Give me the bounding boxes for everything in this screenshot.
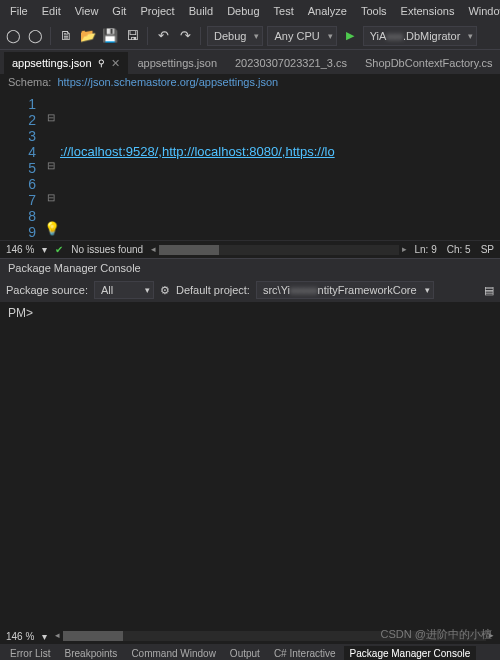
pmc-zoom[interactable]: 146 %	[6, 631, 34, 642]
tab[interactable]: ShopDbContextFactory.cs	[357, 52, 500, 74]
panel-tab[interactable]: Error List	[4, 646, 57, 661]
nav-back-icon[interactable]: ◯	[4, 27, 22, 45]
default-proj-label: Default project:	[176, 284, 250, 296]
menu-bar: FileEditViewGitProjectBuildDebugTestAnal…	[0, 0, 500, 22]
menu-debug[interactable]: Debug	[221, 3, 265, 19]
pmc-prompt: PM>	[8, 306, 33, 320]
tab[interactable]: appsettings.json⚲✕	[4, 52, 128, 74]
config-combo[interactable]: Debug	[207, 26, 263, 46]
start-icon[interactable]: ▶	[341, 27, 359, 45]
menu-project[interactable]: Project	[134, 3, 180, 19]
panel-tab[interactable]: C# Interactive	[268, 646, 342, 661]
menu-git[interactable]: Git	[106, 3, 132, 19]
platform-combo[interactable]: Any CPU	[267, 26, 336, 46]
menu-extensions[interactable]: Extensions	[395, 3, 461, 19]
line-pos[interactable]: Ln: 9	[415, 244, 437, 255]
panel-tab[interactable]: Package Manager Console	[344, 646, 477, 661]
pmc-console[interactable]: PM>	[0, 302, 500, 628]
zoom-level[interactable]: 146 %	[6, 244, 34, 255]
menu-window[interactable]: Window	[462, 3, 500, 19]
pmc-toolbar: Package source: All ⚙ Default project: s…	[0, 278, 500, 302]
open-icon[interactable]: 📂	[79, 27, 97, 45]
menu-tools[interactable]: Tools	[355, 3, 393, 19]
panel-tab[interactable]: Breakpoints	[59, 646, 124, 661]
bottom-tabs: Error ListBreakpointsCommand WindowOutpu…	[0, 644, 500, 660]
schema-link[interactable]: https://json.schemastore.org/appsettings…	[57, 76, 278, 90]
startup-combo[interactable]: YiAxxx.DbMigrator	[363, 26, 478, 46]
save-all-icon[interactable]: 🖫	[123, 27, 141, 45]
ok-icon: ✔	[55, 244, 63, 255]
menu-view[interactable]: View	[69, 3, 105, 19]
gear-icon[interactable]: ⚙	[160, 284, 170, 297]
new-file-icon[interactable]: 🗎	[57, 27, 75, 45]
editor-status-bar: 146 %▾ ✔ No issues found ◂▸ Ln: 9 Ch: 5 …	[0, 240, 500, 258]
menu-file[interactable]: File	[4, 3, 34, 19]
watermark: CSDN @进阶中的小檀	[381, 627, 492, 642]
document-tabs: appsettings.json⚲✕appsettings.json202303…	[0, 50, 500, 74]
schema-bar: Schema: https://json.schemastore.org/app…	[0, 74, 500, 92]
default-proj-combo[interactable]: src\YixxxxxntityFrameworkCore	[256, 281, 434, 299]
clear-icon[interactable]: ▤	[484, 284, 494, 297]
nav-fwd-icon[interactable]: ◯	[26, 27, 44, 45]
fold-gutter[interactable]: ⊟⊟⊟	[44, 92, 58, 240]
tab[interactable]: appsettings.json	[130, 52, 226, 74]
issues-text[interactable]: No issues found	[71, 244, 143, 255]
panel-tab[interactable]: Output	[224, 646, 266, 661]
code-area[interactable]: ://localhost:9528/,http://localhost:8080…	[58, 92, 500, 240]
more-status: SP	[481, 244, 494, 255]
save-icon[interactable]: 💾	[101, 27, 119, 45]
undo-icon[interactable]: ↶	[154, 27, 172, 45]
panel-tab[interactable]: Command Window	[125, 646, 221, 661]
lightbulb-icon[interactable]: 💡	[44, 221, 60, 236]
char-pos[interactable]: Ch: 5	[447, 244, 471, 255]
menu-test[interactable]: Test	[268, 3, 300, 19]
pmc-title: Package Manager Console	[0, 258, 500, 278]
h-scrollbar[interactable]: ◂▸	[159, 245, 398, 255]
line-gutter: 123456789	[0, 92, 44, 240]
redo-icon[interactable]: ↷	[176, 27, 194, 45]
pkg-src-combo[interactable]: All	[94, 281, 154, 299]
pkg-src-label: Package source:	[6, 284, 88, 296]
main-toolbar: ◯ ◯ 🗎 📂 💾 🖫 ↶ ↷ Debug Any CPU ▶ YiAxxx.D…	[0, 22, 500, 50]
schema-label: Schema:	[8, 76, 51, 90]
code-editor[interactable]: 123456789 ⊟⊟⊟ ://localhost:9528/,http://…	[0, 92, 500, 240]
menu-edit[interactable]: Edit	[36, 3, 67, 19]
tab[interactable]: 20230307023321_3.cs	[227, 52, 355, 74]
close-icon[interactable]: ✕	[111, 57, 120, 70]
url-text[interactable]: ://localhost:9528/,http://localhost:8080…	[60, 144, 335, 159]
menu-build[interactable]: Build	[183, 3, 219, 19]
menu-analyze[interactable]: Analyze	[302, 3, 353, 19]
